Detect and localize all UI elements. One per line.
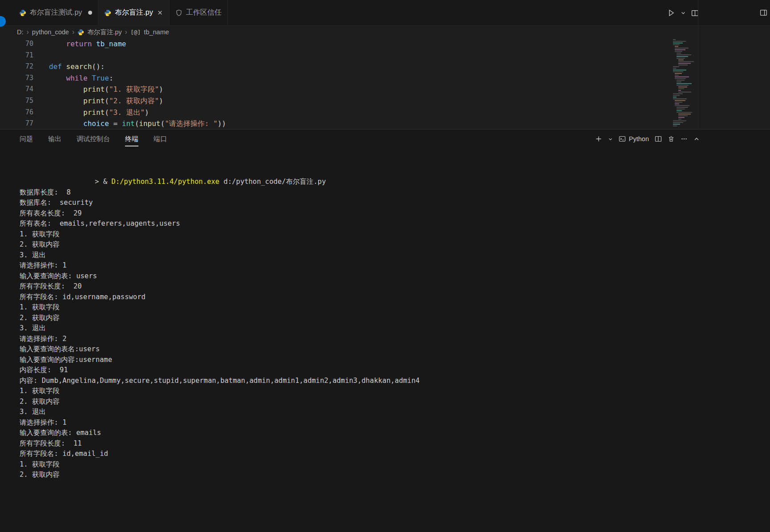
tab-label: 布尔盲注测试.py bbox=[30, 8, 82, 17]
terminal-line: 输入要查询的表名:users bbox=[20, 344, 759, 355]
split-terminal-button[interactable] bbox=[655, 135, 662, 142]
close-icon[interactable] bbox=[157, 9, 163, 16]
terminal-line: 1. 获取字段 bbox=[20, 302, 759, 313]
line-number: 75 bbox=[0, 95, 49, 107]
terminal-line: 内容: Dumb,Angelina,Dummy,secure,stupid,su… bbox=[20, 376, 759, 386]
shell-name: Python bbox=[629, 135, 649, 142]
terminal-line: 3. 退出 bbox=[20, 323, 759, 334]
terminal-line: 所有表名: emails,referers,uagents,users bbox=[20, 219, 759, 229]
maximize-panel-button[interactable] bbox=[693, 136, 700, 142]
tab-blind-injection[interactable]: 布尔盲注.py bbox=[98, 0, 169, 25]
terminal-line: 3. 退出 bbox=[20, 250, 759, 261]
tab-label: 布尔盲注.py bbox=[115, 8, 153, 17]
code-text: choice = int(input("请选择操作: ")) bbox=[49, 118, 226, 129]
panel-tab-debug-console[interactable]: 调试控制台 bbox=[77, 130, 110, 148]
chevron-right-icon: › bbox=[125, 28, 127, 36]
code-editor[interactable]: 70 return tb_name7172def search():73 whi… bbox=[0, 38, 698, 129]
line-number: 72 bbox=[0, 61, 49, 73]
panel-tab-list: 问题输出调试控制台终端端口 bbox=[20, 130, 182, 148]
code-text: print("2. 获取内容") bbox=[49, 95, 163, 107]
breadcrumb: D: › python_code › 布尔盲注.py › [@] tb_name bbox=[0, 26, 698, 38]
panel-tab-output[interactable]: 输出 bbox=[48, 130, 61, 148]
code-line: 71 bbox=[0, 50, 698, 61]
terminal-line: > & D:/python3.11.4/python.exe d:/python… bbox=[20, 177, 759, 187]
breadcrumb-folder[interactable]: python_code bbox=[32, 28, 69, 36]
more-actions-button[interactable] bbox=[681, 135, 688, 142]
terminal-line: 输入要查询的表: users bbox=[20, 271, 759, 282]
terminal-line: 内容长度: 91 bbox=[20, 365, 759, 376]
tab-label: 工作区信任 bbox=[186, 8, 222, 17]
code-line: 70 return tb_name bbox=[0, 38, 698, 50]
tab-workspace-trust[interactable]: 工作区信任 bbox=[170, 0, 228, 25]
symbol-variable-icon: [@] bbox=[130, 29, 141, 36]
terminal-line: 数据库长度: 8 bbox=[20, 187, 759, 198]
shield-icon bbox=[175, 9, 182, 16]
line-number: 70 bbox=[0, 38, 49, 50]
terminal-line: 1. 获取字段 bbox=[20, 459, 759, 470]
editor-tab-list: 布尔盲注测试.py 布尔盲注.py 工作区信任 bbox=[13, 0, 228, 25]
terminal-line: 3. 退出 bbox=[20, 407, 759, 418]
minimap-svg bbox=[672, 38, 698, 129]
terminal-line: 数据库名: security bbox=[20, 198, 759, 208]
run-button[interactable] bbox=[667, 9, 675, 17]
terminal-line: 2. 获取内容 bbox=[20, 313, 759, 324]
code-line: 75 print("2. 获取内容") bbox=[0, 95, 698, 107]
line-number: 76 bbox=[0, 107, 49, 118]
breadcrumb-drive[interactable]: D: bbox=[17, 28, 24, 36]
code-line: 72def search(): bbox=[0, 61, 698, 73]
code-text: def search(): bbox=[49, 61, 105, 73]
panel-tab-terminal[interactable]: 终端 bbox=[125, 130, 138, 148]
terminal-line: 2. 获取内容 bbox=[20, 397, 759, 407]
layout-panel-icon[interactable] bbox=[760, 9, 767, 16]
terminal-line: 所有字段名: id,username,password bbox=[20, 292, 759, 303]
terminal-line: 1. 获取字段 bbox=[20, 386, 759, 397]
terminal-line: 所有字段长度: 11 bbox=[20, 439, 759, 449]
terminal-line: 所有字段名: id,email_id bbox=[20, 449, 759, 459]
code-line: 77 choice = int(input("请选择操作: ")) bbox=[0, 118, 698, 129]
terminal-line: 输入要查询的内容:username bbox=[20, 355, 759, 365]
line-number: 74 bbox=[0, 84, 49, 95]
code-text: return tb_name bbox=[49, 38, 126, 50]
terminal-line: 请选择操作: 1 bbox=[20, 260, 759, 271]
editor-actions bbox=[667, 0, 699, 26]
panel-tab-ports[interactable]: 端口 bbox=[154, 130, 167, 148]
code-text: print("3. 退出") bbox=[49, 107, 149, 118]
panel-actions: Python bbox=[595, 130, 700, 148]
terminal-icon bbox=[619, 135, 626, 142]
terminal-line: 请选择操作: 2 bbox=[20, 334, 759, 345]
breadcrumb-file[interactable]: 布尔盲注.py bbox=[87, 28, 122, 37]
terminal-line: 1. 获取字段 bbox=[20, 229, 759, 240]
python-file-icon bbox=[19, 9, 26, 16]
chevron-right-icon: › bbox=[72, 28, 74, 36]
line-number: 71 bbox=[0, 50, 49, 61]
minimap[interactable] bbox=[672, 38, 698, 129]
panel-tab-problems[interactable]: 问题 bbox=[20, 130, 33, 148]
terminal-profile-chevron-icon[interactable] bbox=[608, 137, 613, 142]
terminal-line: 2. 获取内容 bbox=[20, 470, 759, 480]
bottom-panel: 问题输出调试控制台终端端口 Python bbox=[0, 129, 770, 532]
python-file-icon bbox=[77, 29, 84, 36]
tab-bar: 布尔盲注测试.py 布尔盲注.py 工作区信任 bbox=[0, 0, 770, 26]
terminal-line: 所有表名长度: 29 bbox=[20, 208, 759, 219]
terminal-shell-label[interactable]: Python bbox=[619, 135, 649, 142]
line-number: 73 bbox=[0, 73, 49, 84]
code-text: print("1. 获取字段") bbox=[49, 84, 163, 95]
chevron-right-icon: › bbox=[27, 28, 29, 36]
line-number: 77 bbox=[0, 118, 49, 129]
tab-blind-injection-test[interactable]: 布尔盲注测试.py bbox=[13, 0, 98, 25]
kill-terminal-button[interactable] bbox=[668, 135, 675, 142]
editor-lines: 70 return tb_name7172def search():73 whi… bbox=[0, 38, 698, 129]
terminal-output[interactable]: > & D:/python3.11.4/python.exe d:/python… bbox=[0, 148, 770, 480]
code-line: 73 while True: bbox=[0, 73, 698, 84]
python-file-icon bbox=[104, 9, 111, 16]
terminal-line: 所有字段长度: 20 bbox=[20, 281, 759, 292]
terminal-line: 请选择操作: 1 bbox=[20, 418, 759, 428]
terminal-line: 2. 获取内容 bbox=[20, 240, 759, 250]
code-line: 74 print("1. 获取字段") bbox=[0, 84, 698, 95]
modified-dot-icon bbox=[88, 11, 92, 15]
code-line: 76 print("3. 退出") bbox=[0, 107, 698, 118]
new-terminal-button[interactable] bbox=[595, 135, 602, 142]
run-dropdown-chevron-icon[interactable] bbox=[681, 10, 686, 16]
code-text: while True: bbox=[49, 73, 113, 84]
breadcrumb-symbol[interactable]: tb_name bbox=[144, 28, 169, 36]
